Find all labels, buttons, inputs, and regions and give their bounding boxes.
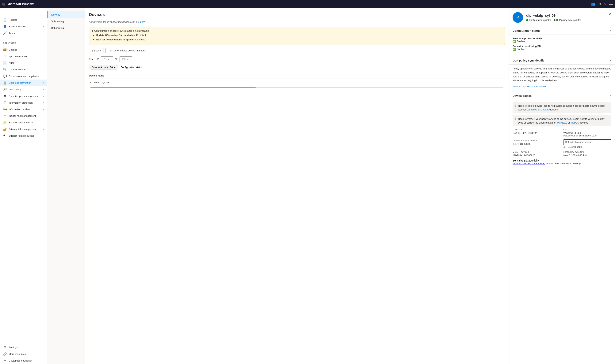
macos-link-2[interactable]: MacOS xyxy=(571,121,579,124)
last-seen-value: Dec 18, 2023 2:08 PM xyxy=(513,131,560,134)
sidebar-label-privacy: Privacy risk management xyxy=(9,128,41,130)
filters-icon: ▽ xyxy=(115,58,117,61)
defender-engine-item: Defender engine version 1.1.24010.64005 xyxy=(513,139,560,148)
dlp-sync-body: Policy updates can take up to 2 hours to… xyxy=(509,65,615,91)
sidebar-bottom: ⚙ Settings 🔗 More resources ✏ Customize … xyxy=(0,344,47,364)
filters-button[interactable]: Filters xyxy=(120,56,132,62)
chevron-down-icon-privacy: ∨ xyxy=(42,128,44,130)
last-seen-item: Last seen Dec 18, 2023 2:08 PM xyxy=(513,128,560,137)
sidebar-item-data-loss-prevention[interactable]: 🔒 Data loss prevention ∨ xyxy=(0,79,47,86)
subnav-item-onboarding[interactable]: Onboarding xyxy=(47,18,85,25)
roles-icon: 👤 xyxy=(3,25,7,28)
mdatp-value: 12b7bda1fb1365820: xyxy=(513,154,560,157)
sidebar-label-app-governance: App governance xyxy=(9,55,44,58)
solutions-label: Solutions xyxy=(0,40,47,45)
subnav-item-offboarding[interactable]: Offboarding xyxy=(47,25,85,31)
sidebar-item-info-protection[interactable]: 🛡 Information protection ∨ xyxy=(0,99,47,106)
sidebar-item-privacy-risk[interactable]: 🔐 Privacy risk management ∨ xyxy=(0,126,47,132)
config-status-title: Configuration status xyxy=(513,29,541,32)
sidebar-label-info-protection: Information protection xyxy=(9,101,41,104)
macos-link-1[interactable]: MacOS xyxy=(541,108,549,111)
help-icon[interactable]: ? xyxy=(604,2,606,6)
customize-nav-icon: ✏ xyxy=(3,359,7,363)
rtp-check-icon: ✅ xyxy=(513,40,516,43)
more-link[interactable]: more xyxy=(140,21,145,23)
export-button[interactable]: ↓ Export xyxy=(89,48,104,53)
reset-button[interactable]: Reset xyxy=(101,56,113,62)
filter-label: Filter xyxy=(89,58,95,61)
sensitive-data-link[interactable]: View all sensitive data activity xyxy=(513,162,545,165)
sidebar-item-subject-rights[interactable]: 👁 Subject rights requests xyxy=(0,132,47,139)
sidebar-item-audit[interactable]: 📄 Audit xyxy=(0,60,47,66)
col-device-name: Device name xyxy=(89,74,104,77)
device-details-section-header[interactable]: Device details ∧ xyxy=(509,91,615,100)
close-panel-button[interactable]: ✕ xyxy=(608,12,611,16)
sidebar-item-app-governance[interactable]: 🛡 App governance xyxy=(0,53,47,60)
table-row[interactable]: dlp_wdatp_syl_09 xyxy=(89,79,505,86)
sidebar-label-records: Records management xyxy=(9,121,44,124)
sidebar-item-communication-compliance[interactable]: 💬 Communication compliance xyxy=(0,73,47,79)
sidebar-item-more-resources[interactable]: 🔗 More resources xyxy=(0,351,47,357)
sidebar-item-info-barriers[interactable]: 🚧 Information barriers ∨ xyxy=(0,106,47,113)
scrollbar-track xyxy=(90,87,503,88)
sidebar-label-info-barriers: Information barriers xyxy=(9,108,41,111)
filter-icon: ▽ xyxy=(97,58,99,61)
alert-box: ℹ Configuration or policy sync status is… xyxy=(89,27,505,45)
sidebar-item-ediscovery[interactable]: 🔎 eDiscovery ∨ xyxy=(0,86,47,93)
sidebar-item-settings[interactable]: ⚙ Settings xyxy=(0,344,47,351)
info-box-2-text: Need to verify if your policy synced to … xyxy=(518,117,609,125)
mdatp-label: MDATP device ID xyxy=(513,151,560,153)
sidebar-label-policies: Policies xyxy=(9,18,44,21)
sidebar-item-records-mgmt[interactable]: 📁 Records management xyxy=(0,119,47,126)
hamburger-icon: ☰ xyxy=(3,11,7,15)
sidebar-label-customize: Customize navigation xyxy=(9,359,44,362)
view-all-policies-link[interactable]: View all policies on this device xyxy=(513,85,546,88)
scrollbar[interactable] xyxy=(89,86,505,89)
days-lookback-label: Days look back: xyxy=(91,66,109,69)
dlp-sync-section-header[interactable]: DLP policy sync details ∧ xyxy=(509,56,615,65)
defender-engine-value: 1.1.24010.64005 xyxy=(513,143,560,145)
defender-mocamp-value: 4.18.24010.64005 xyxy=(563,145,611,148)
grid-icon[interactable]: ⊞ xyxy=(2,2,5,6)
records-icon: 📁 xyxy=(3,121,7,124)
sidebar-label-dlp: Data loss prevention xyxy=(9,81,41,84)
rtp-value: ✅ Enabled xyxy=(513,40,542,43)
content-search-icon: 🔍 xyxy=(3,68,7,71)
share-icon[interactable]: 👥 xyxy=(591,2,595,6)
days-filter-row: Days look back: 30 ∨ Configuration statu… xyxy=(89,65,505,70)
minimize-icon[interactable]: — xyxy=(609,2,613,6)
device-info: dlp_wdatp_syl_09 Configuration updated D… xyxy=(526,14,581,21)
windows-link-1[interactable]: Windows xyxy=(527,108,537,111)
sidebar-item-trials[interactable]: 🧪 Trials xyxy=(0,30,47,37)
days-lookback-filter[interactable]: Days look back: 30 ∨ xyxy=(89,65,118,70)
sidebar-item-catalog[interactable]: 📦 Catalog xyxy=(0,47,47,53)
badge-dlp-sync: DLP policy sync updated xyxy=(554,19,581,21)
settings-icon[interactable]: ⚙ xyxy=(598,2,601,6)
bm-value: ✅ Enabled xyxy=(513,48,541,51)
defender-engine-label: Defender engine version xyxy=(513,139,560,142)
config-status-section-header[interactable]: Configuration status ∧ xyxy=(509,26,615,35)
sidebar-item-data-lifecycle[interactable]: ♻ Data lifecycle management ∨ xyxy=(0,93,47,99)
sidebar-item-policies[interactable]: 📋 Policies xyxy=(0,16,47,23)
chevron-down-icon-info-barriers: ∨ xyxy=(42,108,44,110)
detail-panel: 🖥 dlp_wdatp_syl_09 Configuration updated… xyxy=(509,8,615,364)
rtp-row: Real time protection/RTP ✅ Enabled xyxy=(513,37,611,43)
os-label: OS xyxy=(563,128,611,131)
info-box-2: ℹ Need to verify if your policy synced t… xyxy=(513,115,611,126)
turn-off-button[interactable]: Turn off Windows device monitori... xyxy=(105,48,149,53)
sidebar-solutions-section: 📦 Catalog 🛡 App governance 📄 Audit 🔍 Con… xyxy=(0,45,47,141)
sidebar-item-insider-risk[interactable]: ⚠ Insider risk management xyxy=(0,113,47,119)
defender-mocamp-item: Defender Mocamp version 4.18.24010.64005 xyxy=(563,139,611,148)
green-dot-1 xyxy=(526,19,528,21)
subnav-item-devices[interactable]: Devices xyxy=(47,11,85,18)
dlp-icon: 🔒 xyxy=(3,81,7,85)
sidebar-item-collapse[interactable]: ☰ xyxy=(0,10,47,16)
last-policy-sync-label: Last policy sync time xyxy=(563,151,611,153)
windows-link-2[interactable]: Windows xyxy=(557,121,567,124)
subnav-label-devices: Devices xyxy=(51,13,60,16)
sidebar-item-roles-scopes[interactable]: 👤 Roles & scopes ∨ xyxy=(0,23,47,30)
sidebar-item-content-search[interactable]: 🔍 Content search xyxy=(0,66,47,73)
sidebar-item-customize-nav[interactable]: ✏ Customize navigation xyxy=(0,357,47,364)
alert-title: ℹ Configuration or policy sync status is… xyxy=(92,29,502,32)
info-barriers-icon: 🚧 xyxy=(3,107,7,111)
